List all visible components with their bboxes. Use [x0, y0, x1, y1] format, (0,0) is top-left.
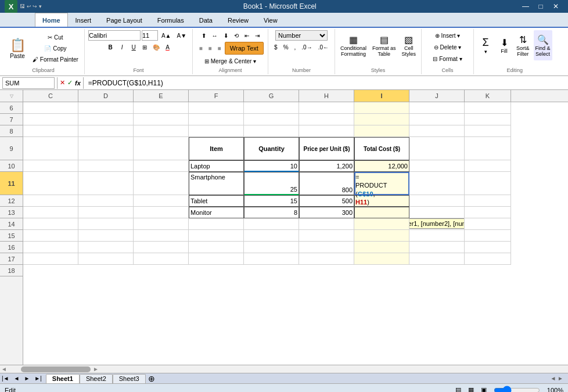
cell-d17[interactable] — [78, 253, 134, 265]
cell-d8[interactable] — [78, 125, 134, 137]
insert-button[interactable]: ⊕ Insert ▾ — [430, 30, 464, 41]
cell-f16[interactable] — [189, 242, 244, 253]
row-header-17[interactable]: 17 — [0, 253, 23, 265]
col-header-f[interactable]: F — [189, 90, 244, 102]
cell-f10-laptop[interactable]: Laptop — [189, 160, 244, 172]
cell-k13[interactable] — [465, 207, 511, 218]
col-header-c[interactable]: C — [23, 90, 78, 102]
text-direction-button[interactable]: ⟲ — [232, 30, 241, 41]
cell-f7[interactable] — [189, 114, 244, 125]
format-button[interactable]: ⊟ Format ▾ — [430, 53, 464, 64]
cell-g8[interactable] — [244, 125, 299, 137]
cell-f6[interactable] — [189, 102, 244, 114]
cell-j7[interactable] — [409, 114, 465, 125]
maximize-button[interactable]: □ — [533, 0, 548, 13]
cell-j13[interactable] — [409, 207, 465, 218]
row-header-11[interactable]: 11 — [0, 172, 23, 195]
cell-d10[interactable] — [78, 160, 134, 172]
increase-font-button[interactable]: A▲ — [159, 30, 174, 41]
row-header-13[interactable]: 13 — [0, 207, 23, 218]
format-painter-button[interactable]: 🖌 Format Painter — [30, 54, 81, 64]
cell-c7[interactable] — [23, 114, 78, 125]
indent-decrease-button[interactable]: ⇤ — [242, 30, 251, 41]
align-bottom-button[interactable]: ⬇ — [221, 30, 231, 41]
align-left-button[interactable]: ≡ — [197, 43, 205, 53]
cell-e7[interactable] — [134, 114, 189, 125]
cell-c11[interactable] — [23, 172, 78, 195]
cell-j12[interactable] — [409, 195, 465, 207]
hscroll-thumb[interactable] — [21, 366, 91, 372]
tab-formulas[interactable]: Formulas — [150, 13, 192, 27]
col-header-e[interactable]: E — [134, 90, 189, 102]
cell-j11[interactable] — [409, 172, 465, 195]
cell-d7[interactable] — [78, 114, 134, 125]
cell-k7[interactable] — [465, 114, 511, 125]
font-family-input[interactable] — [88, 30, 141, 41]
cell-j10[interactable] — [409, 160, 465, 172]
cell-f13-monitor[interactable]: Monitor — [189, 207, 244, 218]
minimize-button[interactable]: — — [518, 0, 533, 13]
cell-f15[interactable] — [189, 230, 244, 242]
cell-g14[interactable] — [244, 218, 299, 230]
cell-c8[interactable] — [23, 125, 78, 137]
cell-k12[interactable] — [465, 195, 511, 207]
cell-d6[interactable] — [78, 102, 134, 114]
tab-page-layout[interactable]: Page Layout — [99, 13, 150, 27]
row-header-8[interactable]: 8 — [0, 125, 23, 137]
cell-k15[interactable] — [465, 230, 511, 242]
col-header-i[interactable]: I — [354, 90, 409, 102]
merge-center-button[interactable]: ⊞ Merge & Center ▾ — [202, 56, 258, 66]
cell-i6[interactable] — [354, 102, 409, 114]
row-header-10[interactable]: 10 — [0, 160, 23, 172]
cell-h6[interactable] — [299, 102, 354, 114]
cell-j8[interactable] — [409, 125, 465, 137]
comma-button[interactable]: , — [292, 42, 299, 52]
sort-filter-button[interactable]: ⇅ Sort& Filter — [515, 30, 531, 60]
add-sheet-button[interactable]: ⊕ — [146, 374, 157, 383]
name-box[interactable] — [2, 77, 55, 89]
cell-g16[interactable] — [244, 242, 299, 253]
cell-k6[interactable] — [465, 102, 511, 114]
percent-button[interactable]: % — [281, 42, 291, 52]
row-header-12[interactable]: 12 — [0, 195, 23, 207]
decrease-font-button[interactable]: A▼ — [175, 30, 189, 41]
cell-f9-item[interactable]: Item — [189, 137, 244, 160]
tab-view[interactable]: View — [256, 13, 285, 27]
cell-h14[interactable] — [299, 218, 354, 230]
decrease-decimal-button[interactable]: .0← — [316, 42, 331, 52]
cell-g6[interactable] — [244, 102, 299, 114]
layout-page-button[interactable]: ▦ — [468, 386, 474, 392]
cell-c9[interactable] — [23, 137, 78, 160]
cell-k11[interactable] — [465, 172, 511, 195]
function-wizard-button[interactable]: fx — [75, 80, 81, 87]
cell-c17[interactable] — [23, 253, 78, 265]
cell-e10[interactable] — [134, 160, 189, 172]
cell-c15[interactable] — [23, 230, 78, 242]
cell-g13-qty[interactable]: 8 — [244, 207, 299, 218]
col-header-j[interactable]: J — [409, 90, 465, 102]
layout-preview-button[interactable]: ▣ — [481, 386, 487, 392]
sheet-tab-3[interactable]: Sheet3 — [113, 374, 146, 383]
cell-h12-price[interactable]: 500 — [299, 195, 354, 207]
cell-g17[interactable] — [244, 253, 299, 265]
row-header-16[interactable]: 16 — [0, 242, 23, 253]
cell-h13-price[interactable]: 300 — [299, 207, 354, 218]
bold-button[interactable]: B — [105, 42, 116, 52]
sheet-tab-1[interactable]: Sheet1 — [46, 374, 80, 383]
cell-e11[interactable] — [134, 172, 189, 195]
sheet-nav-last[interactable]: ►| — [33, 375, 44, 382]
cell-h15[interactable] — [299, 230, 354, 242]
cell-d15[interactable] — [78, 230, 134, 242]
cell-j14[interactable]: PRODUCT(number1, [number2], [number3], …… — [409, 218, 465, 230]
row-header-7[interactable]: 7 — [0, 114, 23, 125]
row-header-15[interactable]: 15 — [0, 230, 23, 242]
cell-f14[interactable] — [189, 218, 244, 230]
conditional-formatting-button[interactable]: ▦ Conditional Formatting — [339, 30, 368, 60]
cell-styles-button[interactable]: ▧ Cell Styles — [400, 30, 418, 60]
delete-button[interactable]: ⊖ Delete ▾ — [430, 42, 464, 52]
cell-c14[interactable] — [23, 218, 78, 230]
copy-button[interactable]: 📄 Copy — [30, 43, 81, 53]
cell-h17[interactable] — [299, 253, 354, 265]
cell-g7[interactable] — [244, 114, 299, 125]
horizontal-scrollbar[interactable]: ◄ ► — [0, 365, 568, 373]
